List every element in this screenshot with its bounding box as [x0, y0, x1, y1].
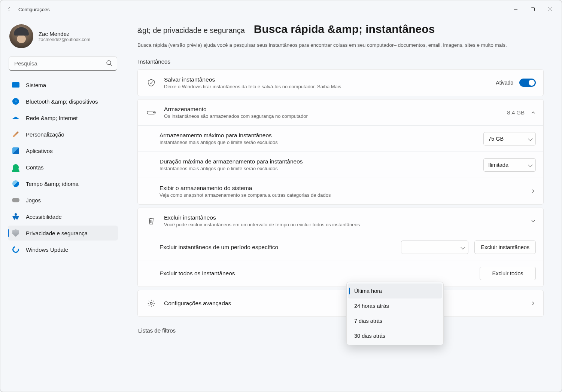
storage-value: 8.4 GB — [507, 109, 525, 116]
card-title: Exibir o armazenamento do sistema — [160, 185, 523, 192]
sidebar-label: Tempo &amp; idioma — [26, 181, 79, 187]
sidebar-label: Aplicativos — [26, 148, 53, 154]
sidebar-label: Acessibilidade — [26, 214, 62, 220]
card-max-storage: Armazenamento máximo para instantâneos I… — [138, 126, 543, 152]
select-value: 75 GB — [488, 136, 504, 142]
profile-block[interactable]: Zac Mendez zacmendez@outlook.com — [6, 21, 119, 51]
sidebar-label: Jogos — [26, 197, 41, 203]
sidebar-item-system[interactable]: Sistema — [8, 77, 118, 92]
sidebar-item-network[interactable]: Rede &amp; Internet — [8, 110, 118, 125]
card-delete-snapshots[interactable]: Excluir instantâneos Você pode excluir i… — [138, 208, 543, 234]
storage-icon — [146, 110, 157, 115]
svg-point-1 — [107, 61, 111, 65]
window-title: Configurações — [18, 7, 50, 12]
sidebar-item-apps[interactable]: Aplicativos — [8, 143, 118, 158]
card-title: Salvar instantâneos — [164, 76, 488, 83]
chevron-down-icon — [531, 218, 536, 224]
sidebar-item-bluetooth[interactable]: ᚼBluetooth &amp; dispositivos — [8, 94, 118, 109]
card-delete-all: Excluir todos os instantâneos Excluir to… — [138, 260, 543, 287]
card-title: Armazenamento máximo para instantâneos — [160, 132, 476, 139]
page-title: Busca rápida &amp; instantâneos — [254, 23, 435, 36]
svg-point-3 — [154, 112, 154, 113]
dropdown-option[interactable]: 30 dias atrás — [348, 328, 442, 343]
save-snapshots-toggle[interactable] — [519, 79, 536, 87]
gear-icon — [146, 299, 157, 307]
sidebar-label: Windows Update — [26, 246, 68, 253]
toggle-label: Ativado — [496, 80, 513, 86]
card-save-snapshots: Salvar instantâneos Deixe o Windows tira… — [138, 70, 543, 96]
card-advanced-settings[interactable]: Configurações avançadas — [138, 290, 543, 316]
card-title: Excluir instantâneos de um período espec… — [160, 244, 394, 251]
delete-range-button[interactable]: Excluir instantâneos — [474, 241, 536, 254]
chevron-right-icon — [531, 189, 536, 194]
system-icon — [12, 82, 19, 88]
back-button[interactable] — [3, 3, 15, 15]
accessibility-icon — [12, 213, 19, 220]
button-label: Excluir instantâneos — [481, 244, 529, 250]
sidebar-label: Privacidade e segurança — [26, 230, 88, 236]
card-delete-range: Excluir instantâneos de um período espec… — [138, 234, 543, 260]
bluetooth-icon: ᚼ — [12, 98, 19, 105]
maximize-button[interactable] — [524, 3, 541, 15]
select-value: Ilimitada — [488, 162, 508, 168]
minimize-button[interactable] — [507, 3, 524, 15]
trash-icon — [146, 217, 157, 225]
search-input[interactable] — [9, 56, 117, 71]
delete-range-select[interactable] — [401, 241, 468, 254]
profile-email: zacmendez@outlook.com — [39, 37, 90, 42]
recall-icon — [146, 79, 157, 87]
search-icon — [106, 60, 113, 67]
svg-rect-0 — [531, 8, 535, 11]
card-desc: Instantâneos mais antigos que o limite s… — [160, 166, 476, 171]
sidebar-item-accounts[interactable]: Contas — [8, 160, 118, 175]
chevron-right-icon — [531, 301, 536, 306]
button-label: Excluir todos — [492, 270, 523, 276]
sidebar-item-accessibility[interactable]: Acessibilidade — [8, 209, 118, 224]
dropdown-option[interactable]: 24 horas atrás — [348, 298, 442, 313]
card-desc: Instantâneos mais antigos que o limite s… — [160, 140, 476, 145]
delete-range-dropdown[interactable]: Última hora24 horas atrás7 dias atrás30 … — [346, 282, 444, 345]
person-icon — [13, 164, 19, 170]
card-title: Duração máxima de armazenamento para ins… — [160, 158, 476, 165]
clock-globe-icon — [12, 180, 19, 187]
gamepad-icon — [12, 198, 19, 202]
max-storage-select[interactable]: 75 GB — [483, 132, 536, 146]
card-view-system-storage[interactable]: Exibir o armazenamento do sistema Veja c… — [138, 178, 543, 204]
sidebar-item-privacy[interactable]: Privacidade e segurança — [8, 226, 118, 241]
card-title: Configurações avançadas — [164, 300, 523, 307]
page-subtitle: Busca rápida (versão prévia) ajuda você … — [137, 42, 544, 48]
card-title: Armazenamento — [164, 106, 499, 113]
shield-icon — [12, 229, 19, 237]
card-title: Excluir instantâneos — [164, 214, 523, 221]
card-desc: Deixe o Windows tirar instantâneos da te… — [164, 84, 488, 89]
card-desc: Veja como snapshot armazenamento se comp… — [160, 192, 523, 198]
apps-icon — [12, 147, 19, 154]
profile-name: Zac Mendez — [39, 31, 90, 37]
section-filters-label: Listas de filtros — [138, 327, 544, 334]
sidebar-item-games[interactable]: Jogos — [8, 193, 118, 208]
max-duration-select[interactable]: Ilimitada — [483, 158, 536, 172]
sidebar-label: Sistema — [26, 82, 46, 88]
card-desc: Você pode excluir instantâneos em um int… — [164, 222, 523, 227]
brush-icon — [13, 131, 19, 138]
sidebar-label: Rede &amp; Internet — [26, 115, 78, 121]
sidebar-label: Bluetooth &amp; dispositivos — [26, 98, 98, 105]
svg-point-4 — [150, 302, 152, 304]
sidebar-item-personalization[interactable]: Personalização — [8, 127, 118, 142]
delete-all-button[interactable]: Excluir todos — [480, 267, 536, 280]
section-snapshots-label: Instantâneos — [138, 58, 544, 65]
card-max-duration: Duração máxima de armazenamento para ins… — [138, 152, 543, 178]
sidebar-label: Personalização — [26, 131, 64, 138]
avatar — [9, 24, 33, 48]
sidebar-item-update[interactable]: Windows Update — [8, 242, 118, 257]
wifi-icon — [12, 117, 19, 119]
chevron-up-icon — [531, 110, 536, 115]
sidebar-label: Contas — [26, 164, 44, 171]
card-title: Excluir todos os instantâneos — [160, 270, 472, 277]
breadcrumb[interactable]: &gt; de privacidade e segurança — [137, 26, 245, 35]
dropdown-option[interactable]: 7 dias atrás — [348, 313, 442, 328]
close-button[interactable] — [541, 3, 559, 15]
dropdown-option[interactable]: Última hora — [348, 284, 442, 298]
sidebar-item-time[interactable]: Tempo &amp; idioma — [8, 176, 118, 191]
card-storage[interactable]: Armazenamento Os instantâneos são armaze… — [138, 99, 543, 126]
